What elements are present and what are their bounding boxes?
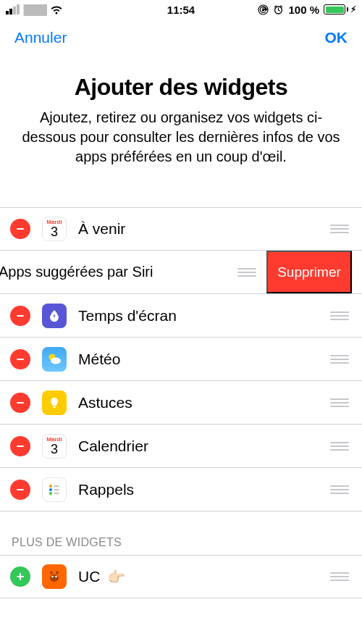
ok-button[interactable]: OK	[325, 29, 348, 46]
svg-point-8	[51, 357, 61, 364]
widget-label: Astuces	[78, 394, 323, 411]
reminders-icon	[42, 477, 67, 502]
active-widgets-list: Mardi 3 À venir Apps suggérées par Siri …	[0, 207, 362, 511]
signal-icon	[6, 4, 20, 14]
charging-icon: ⚡︎	[350, 4, 356, 14]
widget-row-upcoming: Mardi 3 À venir	[0, 207, 362, 251]
tips-icon	[42, 390, 67, 415]
alarm-icon	[273, 4, 284, 15]
svg-rect-20	[20, 573, 21, 580]
svg-point-22	[50, 574, 59, 582]
widget-row-weather: Météo	[0, 338, 362, 381]
status-left: ▇▇▇	[6, 3, 63, 16]
remove-button[interactable]	[10, 480, 30, 500]
widget-row-siri-suggestions: Apps suggérées par Siri Supprimer	[0, 251, 362, 294]
svg-rect-5	[54, 314, 55, 317]
battery-icon: ⚡︎	[324, 4, 356, 14]
svg-rect-18	[54, 493, 59, 494]
carrier-redacted: ▇▇▇	[24, 3, 46, 16]
remove-button[interactable]	[10, 436, 30, 456]
nav-bar: Annuler OK	[0, 19, 362, 54]
page-description: Ajoutez, retirez ou organisez vos widget…	[20, 108, 342, 167]
svg-point-23	[51, 576, 54, 578]
drag-handle-icon[interactable]	[323, 306, 352, 326]
drag-handle-icon[interactable]	[323, 349, 352, 369]
uc-browser-icon	[42, 564, 67, 589]
drag-handle-icon[interactable]	[323, 566, 352, 587]
svg-point-17	[49, 492, 52, 495]
delete-button[interactable]: Supprimer	[266, 251, 352, 293]
swiped-content: Apps suggérées par Siri	[0, 251, 266, 293]
svg-point-15	[49, 488, 52, 491]
svg-rect-6	[17, 359, 24, 360]
remove-button[interactable]	[10, 393, 30, 413]
battery-percent: 100 %	[288, 4, 319, 16]
widget-label: À venir	[78, 220, 323, 238]
weather-icon	[42, 347, 67, 372]
svg-rect-12	[17, 489, 24, 490]
svg-point-13	[49, 485, 52, 488]
drag-handle-icon[interactable]	[323, 480, 352, 500]
widget-row-tips: Astuces	[0, 381, 362, 425]
pointing-hand-icon: 👉🏻	[107, 569, 125, 585]
more-widgets-list: UC 👉🏻	[0, 555, 362, 598]
widget-label: Temps d'écran	[78, 307, 323, 325]
svg-rect-14	[54, 485, 59, 487]
svg-rect-10	[53, 406, 56, 408]
drag-handle-icon[interactable]	[323, 393, 352, 413]
calendar-icon: Mardi 3	[42, 217, 67, 241]
svg-rect-9	[17, 402, 24, 403]
widget-label: Rappels	[78, 481, 323, 498]
widget-label: Météo	[78, 351, 323, 368]
remove-button[interactable]	[10, 306, 30, 326]
drag-handle-icon[interactable]	[323, 436, 352, 456]
cancel-button[interactable]: Annuler	[14, 29, 67, 46]
drag-handle-icon[interactable]	[230, 262, 259, 283]
orientation-lock-icon	[258, 4, 269, 15]
more-widget-row-uc: UC 👉🏻	[0, 555, 362, 598]
page-title: Ajouter des widgets	[20, 74, 342, 101]
svg-point-24	[55, 576, 57, 578]
widget-row-reminders: Rappels	[0, 468, 362, 511]
svg-point-25	[50, 571, 53, 574]
calendar-icon: Mardi 3	[42, 434, 67, 459]
page-header: Ajouter des widgets Ajoutez, retirez ou …	[0, 54, 362, 181]
widget-row-calendar: Mardi 3 Calendrier	[0, 425, 362, 468]
drag-handle-icon[interactable]	[323, 219, 352, 239]
remove-button[interactable]	[10, 349, 30, 369]
svg-rect-3	[17, 228, 24, 230]
status-time: 11:54	[167, 4, 195, 16]
more-widgets-header: PLUS DE WIDGETS	[0, 511, 362, 555]
add-button[interactable]	[10, 566, 30, 587]
svg-rect-1	[262, 9, 264, 11]
widget-label: UC 👉🏻	[78, 568, 323, 585]
widget-row-screentime: Temps d'écran	[0, 294, 362, 338]
status-right: 100 % ⚡︎	[258, 4, 356, 16]
screentime-icon	[42, 304, 67, 328]
svg-point-26	[56, 571, 59, 574]
svg-rect-11	[17, 446, 24, 447]
svg-rect-16	[54, 489, 59, 490]
status-bar: ▇▇▇ 11:54 100 % ⚡︎	[0, 0, 362, 19]
widget-label: Apps suggérées par Siri	[0, 264, 153, 280]
widget-label: Calendrier	[78, 438, 323, 455]
remove-button[interactable]	[10, 219, 30, 239]
wifi-icon	[50, 5, 63, 14]
svg-rect-4	[17, 315, 24, 317]
